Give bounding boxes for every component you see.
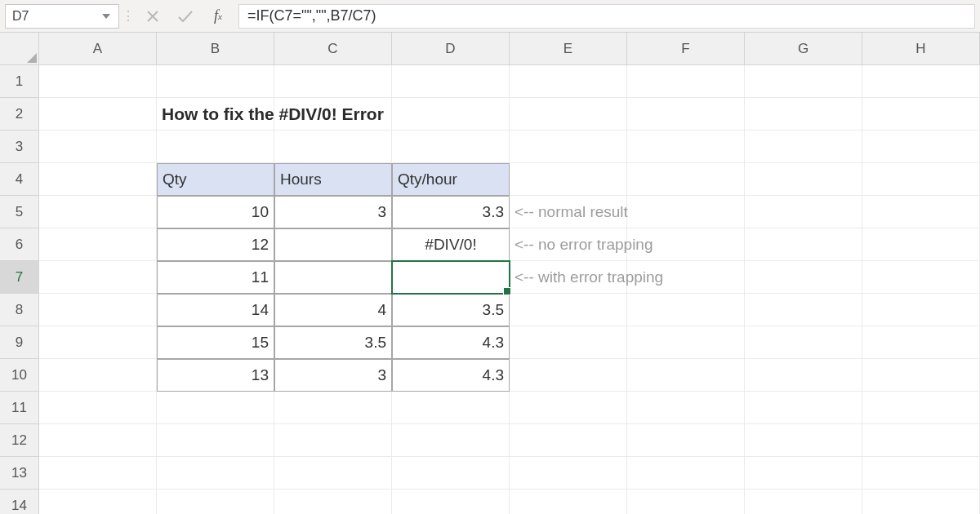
- cell-H2[interactable]: [862, 98, 980, 131]
- page-title[interactable]: How to fix the #DIV/0! Error: [157, 98, 274, 131]
- cell-C5[interactable]: 3: [274, 196, 392, 228]
- cell-F2[interactable]: [627, 98, 745, 131]
- cell-D9[interactable]: 4.3: [392, 326, 510, 359]
- cell-H7[interactable]: [862, 261, 980, 294]
- cell-E10[interactable]: [510, 359, 627, 392]
- cell-B9[interactable]: 15: [157, 326, 274, 359]
- cell-E14[interactable]: [510, 490, 627, 514]
- cell-H4[interactable]: [862, 163, 980, 196]
- cell-E11[interactable]: [510, 392, 627, 424]
- cell-E8[interactable]: [510, 294, 627, 326]
- row-header-1[interactable]: 1: [0, 65, 39, 98]
- cell-A9[interactable]: [39, 326, 157, 359]
- cell-B3[interactable]: [157, 131, 274, 163]
- cell-A8[interactable]: [39, 294, 157, 326]
- cell-B8[interactable]: 14: [157, 294, 274, 326]
- row-header-13[interactable]: 13: [0, 457, 39, 490]
- cell-A4[interactable]: [39, 163, 157, 196]
- cell-C9[interactable]: 3.5: [274, 326, 392, 359]
- cell-H9[interactable]: [862, 326, 980, 359]
- col-header-D[interactable]: D: [392, 33, 510, 65]
- row-header-4[interactable]: 4: [0, 163, 39, 196]
- cell-E13[interactable]: [510, 457, 627, 490]
- cell-G8[interactable]: [745, 294, 862, 326]
- cell-B10[interactable]: 13: [157, 359, 274, 392]
- name-box[interactable]: D7: [5, 4, 119, 29]
- cancel-icon[interactable]: [144, 7, 162, 25]
- cell-D11[interactable]: [392, 392, 510, 424]
- cell-B7[interactable]: 11: [157, 261, 274, 294]
- col-header-G[interactable]: G: [745, 33, 862, 65]
- cell-E4[interactable]: [510, 163, 627, 196]
- cell-H13[interactable]: [862, 457, 980, 490]
- row-header-5[interactable]: 5: [0, 196, 39, 228]
- cell-D3[interactable]: [392, 131, 510, 163]
- cell-G5[interactable]: [745, 196, 862, 228]
- cell-H3[interactable]: [862, 131, 980, 163]
- cell-E12[interactable]: [510, 424, 627, 457]
- cell-H12[interactable]: [862, 424, 980, 457]
- cell-D13[interactable]: [392, 457, 510, 490]
- cell-A5[interactable]: [39, 196, 157, 228]
- cell-B12[interactable]: [157, 424, 274, 457]
- fx-icon[interactable]: fx: [209, 7, 227, 25]
- cell-D6[interactable]: #DIV/0!: [392, 228, 510, 261]
- cell-B5[interactable]: 10: [157, 196, 274, 228]
- cell-H11[interactable]: [862, 392, 980, 424]
- cell-A6[interactable]: [39, 228, 157, 261]
- cell-G10[interactable]: [745, 359, 862, 392]
- cell-F12[interactable]: [627, 424, 745, 457]
- cell-D12[interactable]: [392, 424, 510, 457]
- cell-H8[interactable]: [862, 294, 980, 326]
- cell-A14[interactable]: [39, 490, 157, 514]
- cell-B6[interactable]: 12: [157, 228, 274, 261]
- cell-D2[interactable]: [392, 98, 510, 131]
- cell-A13[interactable]: [39, 457, 157, 490]
- cell-C14[interactable]: [274, 490, 392, 514]
- cell-G4[interactable]: [745, 163, 862, 196]
- cell-F4[interactable]: [627, 163, 745, 196]
- cell-A10[interactable]: [39, 359, 157, 392]
- cell-F10[interactable]: [627, 359, 745, 392]
- row-header-10[interactable]: 10: [0, 359, 39, 392]
- cell-G11[interactable]: [745, 392, 862, 424]
- row-header-8[interactable]: 8: [0, 294, 39, 326]
- cell-C12[interactable]: [274, 424, 392, 457]
- annotation-1[interactable]: <-- normal result: [510, 196, 627, 228]
- cell-F8[interactable]: [627, 294, 745, 326]
- table-header-qty[interactable]: Qty: [157, 163, 274, 196]
- cell-G14[interactable]: [745, 490, 862, 514]
- cell-A11[interactable]: [39, 392, 157, 424]
- cell-H1[interactable]: [862, 65, 980, 98]
- cell-H10[interactable]: [862, 359, 980, 392]
- cell-A7[interactable]: [39, 261, 157, 294]
- cell-G13[interactable]: [745, 457, 862, 490]
- cell-F13[interactable]: [627, 457, 745, 490]
- cell-A12[interactable]: [39, 424, 157, 457]
- row-header-9[interactable]: 9: [0, 326, 39, 359]
- col-header-F[interactable]: F: [627, 33, 745, 65]
- col-header-E[interactable]: E: [510, 33, 627, 65]
- cell-E3[interactable]: [510, 131, 627, 163]
- row-header-7[interactable]: 7: [0, 261, 39, 294]
- cell-C13[interactable]: [274, 457, 392, 490]
- cell-E1[interactable]: [510, 65, 627, 98]
- cell-D7[interactable]: [392, 261, 510, 294]
- table-header-hours[interactable]: Hours: [274, 163, 392, 196]
- cell-C10[interactable]: 3: [274, 359, 392, 392]
- cell-A2[interactable]: [39, 98, 157, 131]
- row-header-3[interactable]: 3: [0, 131, 39, 163]
- cell-F5[interactable]: [627, 196, 745, 228]
- col-header-A[interactable]: A: [39, 33, 157, 65]
- cell-A1[interactable]: [39, 65, 157, 98]
- cell-C11[interactable]: [274, 392, 392, 424]
- cell-C1[interactable]: [274, 65, 392, 98]
- col-header-B[interactable]: B: [157, 33, 274, 65]
- cell-F3[interactable]: [627, 131, 745, 163]
- cell-D10[interactable]: 4.3: [392, 359, 510, 392]
- cell-C8[interactable]: 4: [274, 294, 392, 326]
- cell-G1[interactable]: [745, 65, 862, 98]
- cell-G2[interactable]: [745, 98, 862, 131]
- enter-icon[interactable]: [176, 7, 194, 25]
- annotation-2[interactable]: <-- no error trapping: [510, 228, 627, 261]
